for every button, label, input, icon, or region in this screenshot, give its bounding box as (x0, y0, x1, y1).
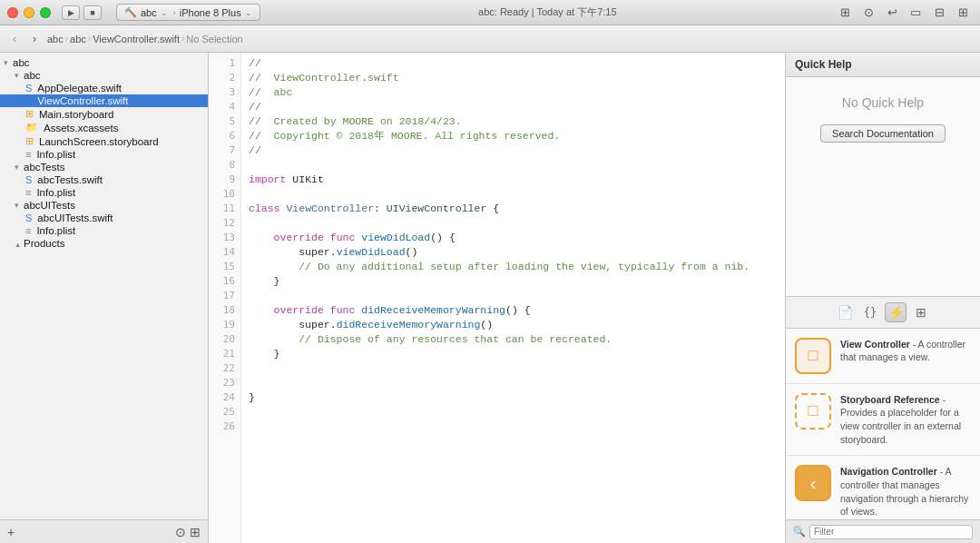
sidebar-item-ViewController[interactable]: SViewController.swift (0, 94, 208, 107)
close-button[interactable] (7, 7, 18, 18)
code-line-22 (249, 361, 778, 376)
line-number-1: 1 (209, 56, 240, 71)
share-icon[interactable]: ⊙ (858, 5, 878, 21)
sidebar-item-abc-group[interactable]: ▾abc (0, 69, 208, 82)
swift-file-icon: S (25, 174, 32, 185)
code-line-12 (249, 216, 778, 231)
sidebar-item-LaunchScreen[interactable]: ⊞LaunchScreen.storyboard (0, 134, 208, 148)
code-token (249, 232, 274, 243)
quick-help-tabs: 📄 {} ⚡ ⊞ (786, 296, 980, 329)
triangle-icon[interactable]: ▾ (15, 71, 19, 80)
minimize-button[interactable] (24, 7, 34, 18)
back-button[interactable]: ‹ (5, 31, 24, 47)
single-pane-icon[interactable]: ▭ (906, 5, 926, 21)
line-number-8: 8 (209, 158, 240, 173)
tab-code[interactable]: {} (859, 302, 881, 322)
code-line-5: // Created by MOORE on 2018/4/23. (249, 114, 778, 129)
tab-file[interactable]: 📄 (834, 302, 856, 322)
editor[interactable]: 1234567891011121314151617181920212223242… (209, 53, 785, 543)
code-area[interactable]: 1234567891011121314151617181920212223242… (209, 53, 785, 543)
sidebar-item-Products[interactable]: ▸Products (0, 237, 208, 250)
assets-icon: 📁 (25, 122, 38, 133)
line-number-21: 21 (209, 347, 240, 361)
code-content[interactable]: //// ViewController.swift// abc//// Crea… (241, 53, 785, 543)
line-number-11: 11 (209, 202, 240, 216)
sidebar-item-abcTests.swift[interactable]: SabcTests.swift (0, 173, 208, 186)
code-token: // (249, 144, 261, 156)
sort-button[interactable]: ⊞ (190, 525, 201, 539)
code-token: } (249, 391, 255, 403)
split-pane-icon[interactable]: ⊟ (929, 5, 949, 21)
sidebar-label: LaunchScreen.storyboard (39, 136, 159, 147)
code-line-11: class ViewController: UIViewController { (249, 202, 778, 216)
breadcrumb-item-file[interactable]: ViewController.swift (93, 34, 180, 44)
search-documentation-button[interactable]: Search Documentation (820, 124, 946, 143)
sidebar-item-abcUITests[interactable]: ▾abcUITests (0, 199, 208, 212)
breadcrumb-sep-1: › (65, 34, 68, 44)
triangle-icon[interactable]: ▾ (15, 201, 19, 210)
swift-file-icon: S (25, 212, 32, 223)
sidebar-item-Info.plist[interactable]: ≡Info.plist (0, 148, 208, 161)
code-token: // Dispose of any resources that can be … (249, 333, 612, 345)
sidebar-item-abcUITests.swift[interactable]: SabcUITests.swift (0, 212, 208, 224)
code-token: UIKit (286, 173, 323, 185)
back-forward-icon[interactable]: ↩ (882, 5, 902, 21)
sidebar-label: abcUITests (24, 200, 75, 211)
sidebar-item-Main.storyboard[interactable]: ⊞Main.storyboard (0, 107, 208, 121)
sidebar-item-abcTests[interactable]: ▾abcTests (0, 161, 208, 173)
sidebar-item-Assets.xcassets[interactable]: 📁Assets.xcassets (0, 121, 208, 134)
sidebar-item-Info3.plist[interactable]: ≡Info.plist (0, 224, 208, 237)
triangle-icon[interactable]: ▾ (15, 163, 19, 172)
titlebar-right: ⊞ ⊙ ↩ ▭ ⊟ ⊞ (835, 5, 973, 21)
line-number-13: 13 (209, 231, 240, 245)
qh-item-sb[interactable]: □ Storyboard Reference - Provides a plac… (786, 384, 980, 457)
sidebar-item-abc-root[interactable]: ▾abc (0, 56, 208, 69)
sidebar-item-Info2.plist[interactable]: ≡Info.plist (0, 186, 208, 199)
run-button[interactable]: ▶ (62, 5, 80, 20)
sidebar-label: Assets.xcassets (44, 123, 118, 133)
add-file-button[interactable]: + (7, 525, 15, 539)
storyboard-icon: ⊞ (25, 135, 34, 147)
breadcrumb-item-selection[interactable]: No Selection (186, 34, 242, 44)
stop-button[interactable]: ■ (83, 5, 102, 20)
qh-item-nav[interactable]: ‹ Navigation Controller - A controller t… (786, 456, 980, 519)
sidebar-label: Info.plist (36, 187, 75, 198)
qh-item-vc[interactable]: □ View Controller - A controller that ma… (786, 329, 980, 384)
triple-pane-icon[interactable]: ⊞ (953, 5, 973, 21)
sidebar-label: Main.storyboard (39, 109, 113, 120)
filter-input[interactable] (809, 525, 973, 539)
tab-info[interactable]: ⊞ (910, 302, 932, 322)
line-number-12: 12 (209, 216, 240, 231)
no-quick-help-text: No Quick Help (842, 95, 924, 110)
code-token: didReceiveMemoryWarning (337, 319, 481, 331)
triangle-icon[interactable]: ▾ (4, 58, 8, 67)
line-number-23: 23 (209, 376, 240, 390)
sidebar-item-AppDelegate[interactable]: SAppDelegate.swift (0, 82, 208, 94)
sidebar-label: ViewController.swift (37, 95, 128, 106)
code-line-7: // (249, 143, 778, 158)
line-number-6: 6 (209, 129, 240, 143)
breadcrumb-item-abc[interactable]: abc (70, 34, 86, 44)
fullscreen-button[interactable] (40, 7, 51, 18)
grid-view-icon[interactable]: ⊞ (835, 5, 855, 21)
nav-buttons: ‹ › (5, 31, 44, 47)
breadcrumb-item-abc-root[interactable]: abc (47, 34, 64, 44)
code-token: // (249, 101, 261, 113)
titlebar: ▶ ■ 🔨 abc ⌄ › iPhone 8 Plus ⌄ abc: Ready… (0, 0, 980, 25)
code-line-13: override func viewDidLoad() { (249, 231, 778, 245)
sidebar: ▾abc▾abcSAppDelegate.swiftSViewControlle… (0, 53, 209, 543)
code-line-3: // abc (249, 85, 778, 100)
tab-quick[interactable]: ⚡ (885, 302, 906, 322)
scheme-selector[interactable]: 🔨 abc ⌄ › iPhone 8 Plus ⌄ (116, 4, 260, 21)
forward-button[interactable]: › (25, 31, 44, 47)
line-number-24: 24 (209, 390, 240, 405)
code-line-15: // Do any additional setup after loading… (249, 260, 778, 274)
traffic-lights (7, 7, 51, 18)
triangle-icon[interactable]: ▸ (13, 242, 22, 247)
code-line-6: // Copyright © 2018年 MOORE. All rights r… (249, 129, 778, 143)
history-button[interactable]: ⊙ (175, 525, 186, 539)
plist-icon: ≡ (25, 149, 31, 160)
line-number-2: 2 (209, 71, 240, 85)
code-token (249, 304, 274, 316)
vc-icon: □ (795, 338, 831, 374)
